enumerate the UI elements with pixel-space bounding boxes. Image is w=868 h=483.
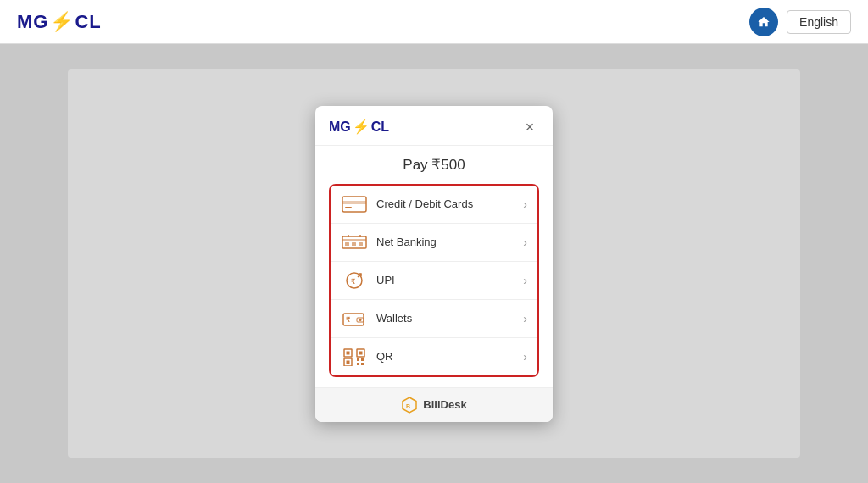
- background-content: MG ⚡ CL × Pay ₹500: [0, 44, 868, 483]
- svg-rect-25: [357, 363, 359, 365]
- modal-footer: B BillDesk: [315, 387, 553, 422]
- home-button[interactable]: [749, 8, 778, 36]
- svg-rect-24: [361, 358, 364, 361]
- modal-logo-text: MG: [329, 119, 351, 135]
- payment-modal: MG ⚡ CL × Pay ₹500: [315, 106, 553, 422]
- qr-label: QR: [376, 350, 523, 363]
- svg-rect-20: [359, 351, 363, 354]
- card-icon: [341, 194, 368, 214]
- netbanking-icon: [341, 232, 368, 253]
- svg-rect-7: [359, 242, 363, 246]
- payment-option-netbanking[interactable]: Net Banking ›: [331, 224, 537, 262]
- modal-logo-suffix: CL: [371, 119, 389, 135]
- svg-rect-23: [357, 358, 359, 361]
- modal-logo: MG ⚡ CL: [329, 119, 389, 135]
- payment-option-card[interactable]: Credit / Debit Cards ›: [331, 186, 537, 224]
- svg-rect-18: [347, 351, 350, 354]
- svg-rect-26: [361, 363, 364, 365]
- svg-text:B: B: [406, 403, 410, 409]
- svg-rect-22: [347, 360, 350, 364]
- language-selector[interactable]: English: [787, 10, 851, 34]
- card-label: Credit / Debit Cards: [376, 197, 523, 210]
- wallets-chevron: ›: [523, 312, 527, 325]
- app-logo: MG ⚡ CL: [17, 11, 102, 33]
- svg-point-15: [359, 319, 362, 321]
- logo-text-mg: MG: [17, 11, 48, 33]
- logo-text-cl: CL: [75, 11, 101, 33]
- svg-rect-6: [352, 242, 356, 246]
- svg-text:₹: ₹: [351, 278, 356, 286]
- modal-title: Pay ₹500: [315, 146, 553, 184]
- top-bar-right: English: [749, 8, 851, 36]
- qr-icon: [341, 347, 368, 367]
- payment-option-upi[interactable]: ₹ UPI ›: [331, 262, 537, 300]
- netbanking-chevron: ›: [523, 236, 527, 249]
- upi-chevron: ›: [523, 274, 527, 287]
- wallets-label: Wallets: [376, 312, 523, 325]
- home-icon: [757, 15, 771, 29]
- svg-text:₹: ₹: [346, 316, 351, 324]
- logo-lightning-v: ⚡: [50, 11, 73, 33]
- payment-options-list: Credit / Debit Cards ›: [329, 184, 539, 377]
- billdesk-logo-icon: B: [401, 397, 418, 414]
- modal-logo-lightning: ⚡: [353, 119, 370, 135]
- svg-rect-1: [342, 201, 366, 204]
- wallets-icon: ₹: [341, 308, 368, 329]
- netbanking-label: Net Banking: [376, 236, 523, 248]
- svg-rect-5: [345, 242, 349, 246]
- svg-rect-2: [345, 207, 352, 208]
- payment-option-wallets[interactable]: ₹ Wallets ›: [331, 300, 537, 338]
- top-navigation-bar: MG ⚡ CL English: [0, 0, 868, 44]
- payment-option-qr[interactable]: QR ›: [331, 338, 537, 375]
- qr-chevron: ›: [523, 350, 527, 364]
- modal-header: MG ⚡ CL ×: [315, 106, 553, 146]
- billdesk-text: BillDesk: [423, 398, 466, 411]
- modal-close-button[interactable]: ×: [520, 118, 539, 136]
- upi-label: UPI: [376, 274, 523, 286]
- upi-icon: ₹: [341, 270, 368, 291]
- modal-overlay: MG ⚡ CL × Pay ₹500: [0, 44, 868, 483]
- card-chevron: ›: [523, 197, 527, 211]
